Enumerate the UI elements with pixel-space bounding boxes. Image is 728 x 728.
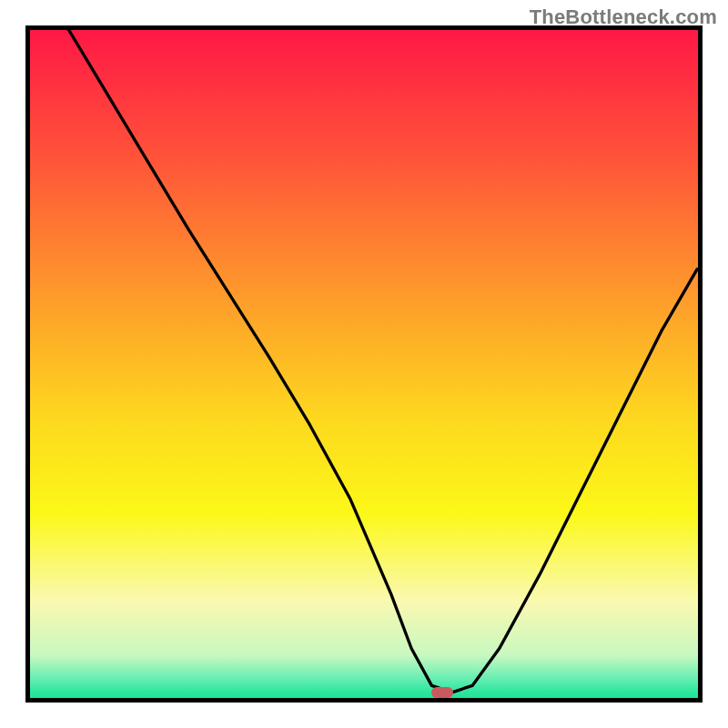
optimum-marker [431,687,453,698]
bottleneck-curve [25,25,703,703]
plot-area [25,25,703,703]
chart-container: TheBottleneck.com [0,0,728,728]
watermark-text: TheBottleneck.com [530,5,717,29]
